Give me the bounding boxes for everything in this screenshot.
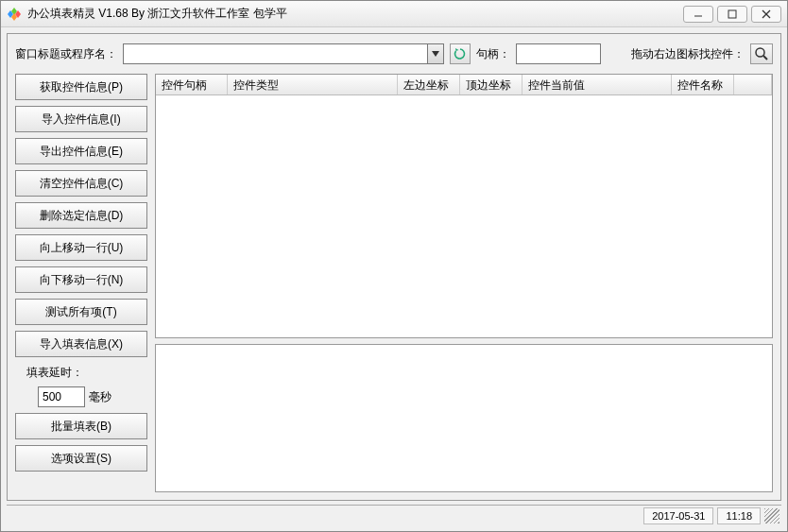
system-buttons [683, 6, 781, 23]
window-title-label: 窗口标题或程序名： [15, 46, 117, 62]
resize-grip[interactable] [764, 508, 779, 523]
delay-input[interactable] [38, 386, 85, 407]
titlebar: 办公填表精灵 V1.68 By 浙江文升软件工作室 包学平 [1, 1, 787, 27]
drag-hint-label: 拖动右边图标找控件： [631, 46, 745, 62]
close-button[interactable] [751, 6, 781, 23]
handle-input[interactable] [516, 43, 601, 64]
maximize-button[interactable] [717, 6, 747, 23]
col-value[interactable]: 控件当前值 [522, 75, 672, 94]
top-row: 窗口标题或程序名： 句柄： 拖动右边图标找控件： [15, 42, 773, 66]
delay-row: 毫秒 [15, 386, 147, 407]
col-top[interactable]: 顶边坐标 [460, 75, 522, 94]
options-button[interactable]: 选项设置(S) [15, 445, 147, 472]
move-up-button[interactable]: 向上移动一行(U) [15, 234, 147, 261]
import-controls-button[interactable]: 导入控件信息(I) [15, 106, 147, 132]
app-window: 办公填表精灵 V1.68 By 浙江文升软件工作室 包学平 窗口标题或程序名： [0, 0, 788, 532]
controls-grid[interactable]: 控件句柄 控件类型 左边坐标 顶边坐标 控件当前值 控件名称 [155, 74, 773, 338]
handle-label: 句柄： [476, 46, 510, 62]
finder-button[interactable] [750, 43, 773, 64]
col-name[interactable]: 控件名称 [672, 75, 734, 94]
status-bar: 2017-05-31 11:18 [7, 505, 781, 525]
controls-grid-header: 控件句柄 控件类型 左边坐标 顶边坐标 控件当前值 控件名称 [156, 75, 772, 95]
delay-label: 填表延时： [15, 365, 147, 381]
right-column: 控件句柄 控件类型 左边坐标 顶边坐标 控件当前值 控件名称 [155, 74, 773, 500]
refresh-button[interactable] [450, 43, 471, 64]
client-area: 窗口标题或程序名： 句柄： 拖动右边图标找控件： [1, 27, 787, 531]
status-time: 11:18 [717, 507, 761, 524]
delay-unit: 毫秒 [89, 389, 111, 405]
window-title-input[interactable] [123, 43, 427, 64]
svg-line-5 [763, 56, 767, 60]
status-date: 2017-05-31 [643, 507, 713, 524]
fill-grid[interactable] [155, 344, 773, 492]
inner-panel: 窗口标题或程序名： 句柄： 拖动右边图标找控件： [7, 33, 781, 501]
clear-controls-button[interactable]: 清空控件信息(C) [15, 170, 147, 197]
export-controls-button[interactable]: 导出控件信息(E) [15, 138, 147, 164]
minimize-button[interactable] [683, 6, 713, 23]
get-controls-button[interactable]: 获取控件信息(P) [15, 74, 147, 100]
svg-point-4 [756, 48, 764, 57]
move-down-button[interactable]: 向下移动一行(N) [15, 266, 147, 293]
window-title-combo [123, 43, 444, 64]
import-fill-button[interactable]: 导入填表信息(X) [15, 331, 147, 357]
combo-drop-button[interactable] [427, 43, 444, 64]
app-icon [7, 7, 22, 22]
svg-rect-1 [728, 10, 736, 18]
main-row: 获取控件信息(P) 导入控件信息(I) 导出控件信息(E) 清空控件信息(C) … [15, 74, 773, 500]
sidebar: 获取控件信息(P) 导入控件信息(I) 导出控件信息(E) 清空控件信息(C) … [15, 74, 147, 500]
window-title: 办公填表精灵 V1.68 By 浙江文升软件工作室 包学平 [27, 6, 683, 22]
col-type[interactable]: 控件类型 [228, 75, 398, 94]
delete-selected-button[interactable]: 删除选定信息(D) [15, 202, 147, 229]
test-all-button[interactable]: 测试所有项(T) [15, 299, 147, 325]
col-left[interactable]: 左边坐标 [398, 75, 460, 94]
col-empty[interactable] [734, 75, 772, 94]
col-handle[interactable]: 控件句柄 [156, 75, 228, 94]
batch-fill-button[interactable]: 批量填表(B) [15, 413, 147, 439]
